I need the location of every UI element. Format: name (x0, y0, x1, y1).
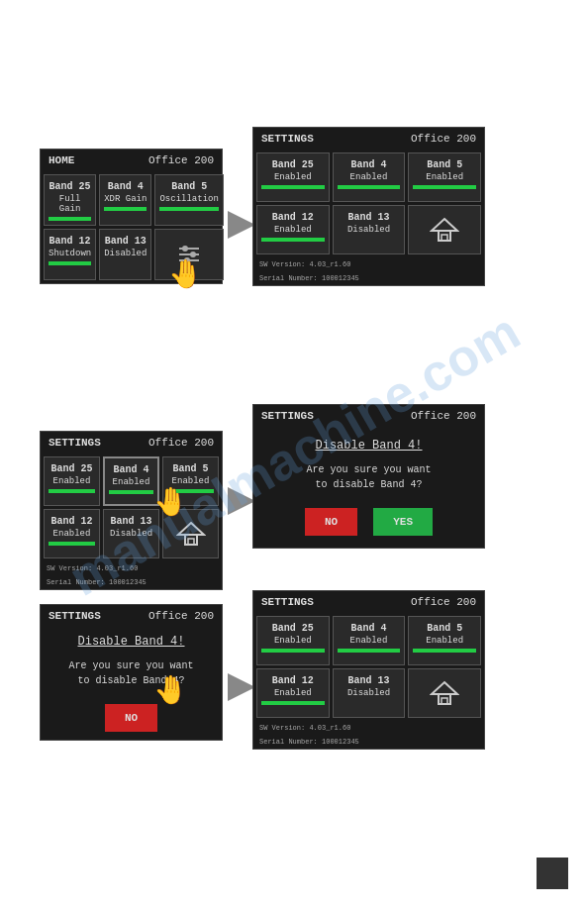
s1-settings-header-right: Office 200 (411, 133, 476, 145)
s2-settings-dialog-panel: SETTINGS Office 200 Disable Band 4! Are … (252, 404, 485, 549)
s1-home-band12-status: Shutdown (49, 249, 91, 258)
s1-home-band13-name: Band 13 (104, 236, 147, 247)
s2-small-band12-name: Band 12 (49, 516, 95, 527)
s3-large-band5[interactable]: Band 5 Enabled (408, 616, 481, 665)
s1-home-band25-bar (49, 217, 91, 221)
s3-large-band12-bar (261, 701, 325, 705)
s2-settings-small-footer2: Serial Number: 100012345 (41, 575, 222, 589)
s1-settings-band12-status: Enabled (261, 225, 325, 235)
s3-large-band4-name: Band 4 (338, 623, 401, 634)
s2-small-band12-bar (49, 542, 95, 546)
s2-no-button[interactable]: NO (305, 508, 357, 536)
s3-small-dialog-title: Disable Band 4! (52, 635, 210, 649)
s1-home-band5-status: Oscillation (159, 194, 218, 204)
s2-small-band13-status: Disabled (108, 529, 154, 539)
s1-settings-band12[interactable]: Band 12 Enabled (256, 205, 330, 254)
s1-home-band12[interactable]: Band 12 Shutdown (44, 229, 96, 280)
s1-settings-band4[interactable]: Band 4 Enabled (333, 152, 406, 202)
s3-large-band25-name: Band 25 (261, 623, 325, 634)
s2-settings-dialog-header-right: Office 200 (411, 410, 476, 422)
s1-home-band4-status: XDR Gain (104, 194, 147, 204)
s1-settings-band13-name: Band 13 (338, 212, 401, 223)
s1-home-band25-name: Band 25 (49, 181, 91, 192)
s2-small-band4-status: Enabled (109, 477, 153, 487)
s1-settings-home-btn[interactable] (408, 205, 481, 254)
svg-point-3 (182, 246, 188, 252)
svg-rect-13 (439, 694, 450, 704)
s2-settings-small-footer1: SW Version: 4.03_r1.60 (41, 561, 222, 575)
s3-hand-cursor: 🤚 (153, 673, 188, 707)
s2-hand-cursor: 🤚 (153, 485, 188, 519)
s2-small-band12-status: Enabled (49, 529, 95, 539)
s3-large-band4[interactable]: Band 4 Enabled (333, 616, 406, 665)
s3-large-band4-status: Enabled (338, 636, 401, 646)
s1-settings-band5-bar (413, 185, 476, 189)
s1-home-header-left: HOME (49, 154, 74, 166)
s1-home-header-right: Office 200 (148, 154, 214, 166)
s3-large-band12-name: Band 12 (261, 675, 325, 686)
s3-small-no-button[interactable]: NO (105, 704, 157, 732)
s3-large-footer2: Serial Number: 100012345 (253, 735, 484, 749)
s3-large-band12[interactable]: Band 12 Enabled (256, 668, 330, 718)
s1-settings-band4-bar (338, 185, 401, 189)
s2-small-band5-name: Band 5 (167, 463, 214, 474)
s2-small-band4-name: Band 4 (109, 464, 153, 475)
s1-settings-band12-name: Band 12 (261, 212, 325, 223)
s3-large-band25-status: Enabled (261, 636, 325, 646)
s1-settings-panel: SETTINGS Office 200 Band 25 Enabled Band… (252, 127, 485, 286)
s3-large-band4-bar (338, 649, 401, 653)
s1-settings-band13-bar (338, 238, 401, 242)
svg-marker-9 (178, 523, 204, 535)
s3-large-band13-status: Disabled (338, 688, 401, 698)
s1-settings-band25-name: Band 25 (261, 159, 325, 170)
s3-large-home-btn[interactable] (408, 668, 481, 718)
dark-square (537, 858, 568, 889)
s2-small-band13-bar (108, 542, 154, 546)
s2-small-band13-name: Band 13 (108, 516, 154, 527)
s3-settings-small-header-left: SETTINGS (49, 610, 101, 622)
s3-large-footer1: SW Version: 4.03_r1.60 (253, 721, 484, 735)
s2-settings-small-header-right: Office 200 (148, 437, 214, 449)
s2-small-band25-bar (49, 489, 95, 493)
s1-home-band4-bar (104, 207, 147, 211)
s1-home-band13-bar (104, 261, 147, 265)
s1-home-band25[interactable]: Band 25 Full Gain (44, 174, 96, 226)
s1-home-band5[interactable]: Band 5 Oscillation (154, 174, 223, 226)
s1-settings-band25-bar (261, 185, 325, 189)
s1-settings-band25[interactable]: Band 25 Enabled (256, 152, 330, 202)
s3-large-band13[interactable]: Band 13 Disabled (333, 668, 406, 718)
s1-settings-band4-status: Enabled (338, 172, 401, 182)
s3-settings-large-panel: SETTINGS Office 200 Band 25 Enabled Band… (252, 590, 485, 750)
s1-home-band5-name: Band 5 (159, 181, 218, 192)
s2-small-band4-bar (109, 490, 153, 494)
s1-home-band13[interactable]: Band 13 Disabled (99, 229, 151, 280)
s1-home-band5-bar (159, 207, 218, 211)
svg-rect-10 (185, 535, 197, 545)
s2-dialog-title: Disable Band 4! (269, 439, 468, 453)
s1-settings-band13-status: Disabled (338, 225, 401, 235)
svg-marker-6 (432, 219, 457, 231)
s2-small-band25-name: Band 25 (49, 463, 95, 474)
s2-yes-button[interactable]: YES (373, 508, 433, 536)
s1-home-band4[interactable]: Band 4 XDR Gain (99, 174, 151, 226)
s3-settings-large-header-left: SETTINGS (261, 596, 314, 608)
s1-settings-band13[interactable]: Band 13 Disabled (333, 205, 406, 254)
s3-large-band13-bar (338, 701, 401, 705)
s1-home-band4-name: Band 4 (104, 181, 147, 192)
s1-home-band12-bar (49, 261, 91, 265)
s3-large-band12-status: Enabled (261, 688, 325, 698)
s1-home-band12-name: Band 12 (49, 236, 91, 247)
s3-large-band25[interactable]: Band 25 Enabled (256, 616, 330, 665)
s2-small-band25-status: Enabled (49, 476, 95, 486)
s2-small-band12[interactable]: Band 12 Enabled (44, 509, 100, 558)
s1-settings-band5[interactable]: Band 5 Enabled (408, 152, 481, 202)
s3-large-band5-bar (413, 649, 476, 653)
s2-small-band4[interactable]: Band 4 Enabled (103, 456, 159, 506)
s2-settings-small-header-left: SETTINGS (49, 437, 101, 449)
s1-settings-band12-bar (261, 238, 325, 242)
s2-small-band13[interactable]: Band 13 Disabled (103, 509, 159, 558)
s2-settings-small-panel: SETTINGS Office 200 Band 25 Enabled Band… (40, 431, 223, 590)
s2-small-band25[interactable]: Band 25 Enabled (44, 456, 100, 506)
s2-settings-dialog-header-left: SETTINGS (261, 410, 314, 422)
s1-hand-cursor: 🤚 (168, 257, 203, 291)
